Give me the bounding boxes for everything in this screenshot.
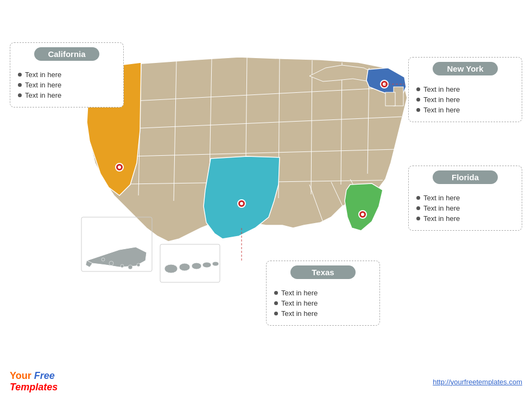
svg-point-36 xyxy=(212,262,219,266)
svg-rect-16 xyxy=(385,92,395,106)
bullet-icon xyxy=(18,93,22,97)
florida-list: Text in here Text in here Text in here xyxy=(416,194,514,223)
bullet-icon xyxy=(416,108,420,112)
california-info-box: California Text in here Text in here Tex… xyxy=(10,42,124,107)
logo: Your Free Templates xyxy=(10,370,58,394)
florida-title: Florida xyxy=(433,170,498,184)
svg-point-28 xyxy=(121,264,124,268)
list-item: Text in here xyxy=(416,85,514,93)
bullet-icon xyxy=(416,217,420,220)
newyork-title: New York xyxy=(433,62,498,75)
svg-point-34 xyxy=(192,263,201,269)
bullet-icon xyxy=(274,301,278,305)
bullet-icon xyxy=(18,73,22,77)
list-item: Text in here xyxy=(416,194,514,202)
svg-point-35 xyxy=(202,262,211,268)
list-item: Text in here xyxy=(18,91,116,99)
logo-templates: Templates xyxy=(10,382,58,392)
newyork-info-box: New York Text in here Text in here Text … xyxy=(408,57,522,122)
list-item: Text in here xyxy=(416,204,514,212)
svg-point-22 xyxy=(240,202,243,205)
svg-point-33 xyxy=(179,263,190,271)
list-item: Text in here xyxy=(274,289,372,297)
newyork-list: Text in here Text in here Text in here xyxy=(416,85,514,114)
list-item: Text in here xyxy=(416,96,514,104)
list-item: Text in here xyxy=(274,309,372,318)
texas-title: Texas xyxy=(290,265,356,279)
logo-your: Your xyxy=(10,370,31,381)
bullet-icon xyxy=(416,87,420,91)
texas-info-box: Texas Text in here Text in here Text in … xyxy=(266,261,380,326)
svg-point-32 xyxy=(164,264,178,273)
list-item: Text in here xyxy=(274,299,372,307)
svg-point-29 xyxy=(128,265,132,269)
bullet-icon xyxy=(274,291,278,295)
list-item: Text in here xyxy=(18,81,116,89)
list-item: Text in here xyxy=(416,214,514,223)
footer: Your Free Templates http://yourfreetempl… xyxy=(0,370,532,394)
svg-point-18 xyxy=(118,166,121,169)
california-list: Text in here Text in here Text in here xyxy=(18,71,116,99)
list-item: Text in here xyxy=(18,71,116,79)
svg-point-24 xyxy=(361,213,364,216)
svg-rect-31 xyxy=(160,244,220,282)
list-item: Text in here xyxy=(416,106,514,114)
bullet-icon xyxy=(274,312,278,315)
svg-point-30 xyxy=(137,263,140,267)
footer-link[interactable]: http://yourfreetemplates.com xyxy=(433,378,522,386)
page-container: California Text in here Text in here Tex… xyxy=(0,0,532,399)
florida-info-box: Florida Text in here Text in here Text i… xyxy=(408,166,522,231)
california-title: California xyxy=(34,47,99,61)
logo-free: Free xyxy=(34,370,55,381)
texas-list: Text in here Text in here Text in here xyxy=(274,289,372,318)
svg-point-26 xyxy=(102,258,105,261)
bullet-icon xyxy=(416,206,420,210)
bullet-icon xyxy=(416,98,420,102)
bullet-icon xyxy=(416,196,420,200)
bullet-icon xyxy=(18,83,22,87)
svg-point-27 xyxy=(109,261,113,265)
